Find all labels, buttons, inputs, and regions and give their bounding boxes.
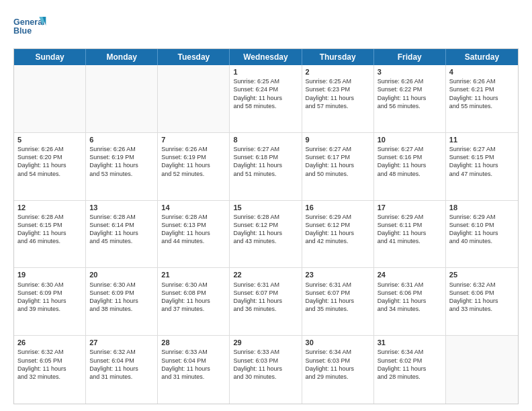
day-number-12: 12: [17, 203, 82, 212]
header-day-friday: Friday: [374, 49, 446, 65]
week-2: 5Sunrise: 6:26 AM Sunset: 6:20 PM Daylig…: [14, 133, 518, 201]
day-19: 19Sunrise: 6:30 AM Sunset: 6:09 PM Dayli…: [14, 268, 86, 335]
header-day-saturday: Saturday: [446, 49, 518, 65]
day-number-30: 30: [306, 338, 370, 347]
day-number-21: 21: [161, 270, 226, 279]
day-info-1: Sunrise: 6:25 AM Sunset: 6:24 PM Dayligh…: [233, 77, 298, 110]
day-number-5: 5: [17, 135, 82, 144]
day-13: 13Sunrise: 6:28 AM Sunset: 6:14 PM Dayli…: [86, 201, 158, 268]
day-info-9: Sunrise: 6:27 AM Sunset: 6:17 PM Dayligh…: [306, 145, 370, 178]
day-info-6: Sunrise: 6:26 AM Sunset: 6:19 PM Dayligh…: [89, 145, 154, 178]
day-info-26: Sunrise: 6:32 AM Sunset: 6:05 PM Dayligh…: [17, 348, 82, 381]
day-27: 27Sunrise: 6:32 AM Sunset: 6:04 PM Dayli…: [86, 336, 158, 404]
day-number-18: 18: [449, 203, 515, 212]
day-20: 20Sunrise: 6:30 AM Sunset: 6:09 PM Dayli…: [86, 268, 158, 335]
day-8: 8Sunrise: 6:27 AM Sunset: 6:18 PM Daylig…: [230, 133, 302, 200]
day-number-10: 10: [378, 135, 442, 144]
week-1: 1Sunrise: 6:25 AM Sunset: 6:24 PM Daylig…: [14, 65, 518, 133]
day-number-2: 2: [306, 67, 370, 77]
page: General Blue SundayMondayTuesdayWednesda…: [0, 0, 532, 411]
day-info-22: Sunrise: 6:31 AM Sunset: 6:07 PM Dayligh…: [233, 281, 298, 314]
day-9: 9Sunrise: 6:27 AM Sunset: 6:17 PM Daylig…: [302, 133, 374, 200]
day-number-17: 17: [378, 203, 442, 212]
day-info-5: Sunrise: 6:26 AM Sunset: 6:20 PM Dayligh…: [17, 145, 82, 178]
day-info-2: Sunrise: 6:25 AM Sunset: 6:23 PM Dayligh…: [306, 77, 370, 110]
day-31: 31Sunrise: 6:34 AM Sunset: 6:02 PM Dayli…: [374, 336, 446, 404]
day-number-13: 13: [89, 203, 154, 212]
day-number-31: 31: [378, 338, 442, 347]
day-number-14: 14: [161, 203, 226, 212]
day-info-28: Sunrise: 6:33 AM Sunset: 6:04 PM Dayligh…: [161, 348, 226, 381]
day-number-6: 6: [89, 135, 154, 144]
day-info-13: Sunrise: 6:28 AM Sunset: 6:14 PM Dayligh…: [89, 213, 154, 246]
day-info-3: Sunrise: 6:26 AM Sunset: 6:22 PM Dayligh…: [378, 77, 442, 110]
day-number-11: 11: [449, 135, 515, 144]
day-info-10: Sunrise: 6:27 AM Sunset: 6:16 PM Dayligh…: [378, 145, 442, 178]
day-info-11: Sunrise: 6:27 AM Sunset: 6:15 PM Dayligh…: [449, 145, 515, 178]
day-30: 30Sunrise: 6:34 AM Sunset: 6:03 PM Dayli…: [302, 336, 374, 404]
day-5: 5Sunrise: 6:26 AM Sunset: 6:20 PM Daylig…: [14, 133, 86, 200]
day-26: 26Sunrise: 6:32 AM Sunset: 6:05 PM Dayli…: [14, 336, 86, 404]
day-28: 28Sunrise: 6:33 AM Sunset: 6:04 PM Dayli…: [158, 336, 230, 404]
day-number-15: 15: [233, 203, 298, 212]
header: General Blue: [13, 12, 519, 42]
empty-cell: [446, 336, 518, 404]
day-info-21: Sunrise: 6:30 AM Sunset: 6:08 PM Dayligh…: [161, 281, 226, 314]
empty-cell: [158, 65, 230, 132]
header-day-thursday: Thursday: [302, 49, 374, 65]
day-number-28: 28: [161, 338, 226, 347]
day-number-26: 26: [17, 338, 82, 347]
day-info-30: Sunrise: 6:34 AM Sunset: 6:03 PM Dayligh…: [306, 348, 370, 381]
day-1: 1Sunrise: 6:25 AM Sunset: 6:24 PM Daylig…: [230, 65, 302, 132]
day-21: 21Sunrise: 6:30 AM Sunset: 6:08 PM Dayli…: [158, 268, 230, 335]
day-info-18: Sunrise: 6:29 AM Sunset: 6:10 PM Dayligh…: [449, 213, 515, 246]
header-day-sunday: Sunday: [14, 49, 86, 65]
day-12: 12Sunrise: 6:28 AM Sunset: 6:15 PM Dayli…: [14, 201, 86, 268]
empty-cell: [14, 65, 86, 132]
day-number-29: 29: [233, 338, 298, 347]
day-info-12: Sunrise: 6:28 AM Sunset: 6:15 PM Dayligh…: [17, 213, 82, 246]
day-info-31: Sunrise: 6:34 AM Sunset: 6:02 PM Dayligh…: [378, 348, 442, 381]
day-number-22: 22: [233, 270, 298, 279]
day-number-20: 20: [89, 270, 154, 279]
day-info-7: Sunrise: 6:26 AM Sunset: 6:19 PM Dayligh…: [161, 145, 226, 178]
calendar: SundayMondayTuesdayWednesdayThursdayFrid…: [13, 48, 519, 404]
header-day-tuesday: Tuesday: [158, 49, 230, 65]
logo-svg: General Blue: [13, 12, 47, 42]
day-number-8: 8: [233, 135, 298, 144]
day-number-9: 9: [306, 135, 370, 144]
header-day-wednesday: Wednesday: [230, 49, 302, 65]
day-info-19: Sunrise: 6:30 AM Sunset: 6:09 PM Dayligh…: [17, 281, 82, 314]
day-29: 29Sunrise: 6:33 AM Sunset: 6:03 PM Dayli…: [230, 336, 302, 404]
day-23: 23Sunrise: 6:31 AM Sunset: 6:07 PM Dayli…: [302, 268, 374, 335]
day-number-16: 16: [306, 203, 370, 212]
day-4: 4Sunrise: 6:26 AM Sunset: 6:21 PM Daylig…: [446, 65, 518, 132]
day-7: 7Sunrise: 6:26 AM Sunset: 6:19 PM Daylig…: [158, 133, 230, 200]
day-number-25: 25: [449, 270, 515, 279]
day-info-16: Sunrise: 6:29 AM Sunset: 6:12 PM Dayligh…: [306, 213, 370, 246]
day-18: 18Sunrise: 6:29 AM Sunset: 6:10 PM Dayli…: [446, 201, 518, 268]
calendar-body: 1Sunrise: 6:25 AM Sunset: 6:24 PM Daylig…: [14, 65, 518, 404]
calendar-header: SundayMondayTuesdayWednesdayThursdayFrid…: [14, 49, 518, 65]
day-info-24: Sunrise: 6:31 AM Sunset: 6:06 PM Dayligh…: [378, 281, 442, 314]
day-15: 15Sunrise: 6:28 AM Sunset: 6:12 PM Dayli…: [230, 201, 302, 268]
day-11: 11Sunrise: 6:27 AM Sunset: 6:15 PM Dayli…: [446, 133, 518, 200]
day-14: 14Sunrise: 6:28 AM Sunset: 6:13 PM Dayli…: [158, 201, 230, 268]
empty-cell: [86, 65, 158, 132]
day-2: 2Sunrise: 6:25 AM Sunset: 6:23 PM Daylig…: [302, 65, 374, 132]
week-3: 12Sunrise: 6:28 AM Sunset: 6:15 PM Dayli…: [14, 201, 518, 269]
day-24: 24Sunrise: 6:31 AM Sunset: 6:06 PM Dayli…: [374, 268, 446, 335]
week-5: 26Sunrise: 6:32 AM Sunset: 6:05 PM Dayli…: [14, 336, 518, 404]
day-22: 22Sunrise: 6:31 AM Sunset: 6:07 PM Dayli…: [230, 268, 302, 335]
day-info-14: Sunrise: 6:28 AM Sunset: 6:13 PM Dayligh…: [161, 213, 226, 246]
day-3: 3Sunrise: 6:26 AM Sunset: 6:22 PM Daylig…: [374, 65, 446, 132]
day-number-7: 7: [161, 135, 226, 144]
day-info-20: Sunrise: 6:30 AM Sunset: 6:09 PM Dayligh…: [89, 281, 154, 314]
day-17: 17Sunrise: 6:29 AM Sunset: 6:11 PM Dayli…: [374, 201, 446, 268]
day-10: 10Sunrise: 6:27 AM Sunset: 6:16 PM Dayli…: [374, 133, 446, 200]
day-info-8: Sunrise: 6:27 AM Sunset: 6:18 PM Dayligh…: [233, 145, 298, 178]
day-number-24: 24: [378, 270, 442, 279]
day-info-29: Sunrise: 6:33 AM Sunset: 6:03 PM Dayligh…: [233, 348, 298, 381]
day-number-23: 23: [306, 270, 370, 279]
svg-text:Blue: Blue: [13, 26, 32, 36]
